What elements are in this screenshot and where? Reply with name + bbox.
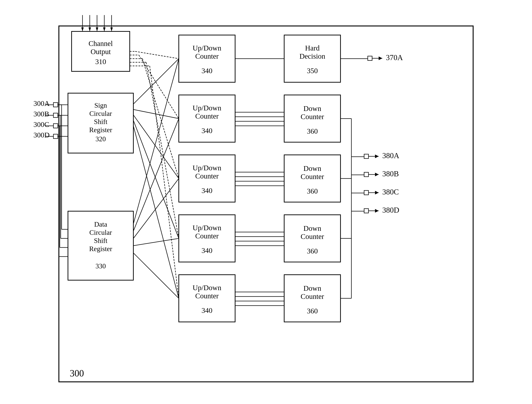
down-counter-5-label2: Counter xyxy=(301,292,324,301)
output-370a-label: 370A xyxy=(386,53,403,62)
input-300b-box xyxy=(53,113,58,118)
updown-4-label1: Up/Down xyxy=(192,224,221,232)
data-register-label1: Data xyxy=(94,221,107,228)
down-counter-3-label2: Counter xyxy=(301,172,324,181)
data-register-label4: Register xyxy=(89,245,112,252)
updown-2-label2: Counter xyxy=(195,112,219,120)
data-register-label2: Circular xyxy=(90,229,112,236)
updown-5-number: 340 xyxy=(201,306,212,315)
output-380b-label: 380B xyxy=(382,170,399,178)
down-counter-4-number: 360 xyxy=(307,247,318,255)
input-300b-label: 300B xyxy=(33,110,49,118)
output-380a-box xyxy=(364,154,368,158)
down-counter-3-label1: Down xyxy=(303,164,321,172)
channel-output-label: Channel xyxy=(89,39,113,48)
output-380c-label: 380C xyxy=(382,188,399,196)
hard-decision-label2: Decision xyxy=(299,52,325,60)
input-300c-box xyxy=(53,124,58,128)
updown-4-number: 340 xyxy=(201,246,212,255)
channel-output-label2: Output xyxy=(90,48,111,56)
output-380d-box xyxy=(364,209,368,213)
updown-2-label1: Up/Down xyxy=(192,104,221,112)
hard-decision-number: 350 xyxy=(307,67,318,75)
updown-1-label1: Up/Down xyxy=(192,44,221,52)
down-counter-2-number: 360 xyxy=(307,127,318,135)
sign-register-label3: Shift xyxy=(94,118,107,126)
down-counter-4-label2: Counter xyxy=(301,232,324,240)
input-300a-box xyxy=(53,103,58,107)
updown-2-number: 340 xyxy=(201,126,212,135)
data-register-label3: Shift xyxy=(94,237,107,244)
updown-3-label1: Up/Down xyxy=(192,164,221,172)
sign-register-number: 320 xyxy=(96,135,106,143)
down-counter-2-label1: Down xyxy=(303,104,321,113)
updown-4-label2: Counter xyxy=(195,232,219,240)
output-380d-label: 380D xyxy=(382,206,399,214)
output-380c-box xyxy=(364,190,368,195)
channel-output-number: 310 xyxy=(95,57,106,66)
input-300d-box xyxy=(53,134,58,139)
sign-register-label4: Register xyxy=(89,126,112,134)
down-counter-3-number: 360 xyxy=(307,187,318,195)
updown-3-number: 340 xyxy=(201,186,212,195)
input-300d-label: 300D xyxy=(33,131,50,139)
sign-register-label1: Sign xyxy=(94,101,107,109)
updown-1-label2: Counter xyxy=(195,52,219,60)
diagram-container: 300 Channel Output 310 Sign Circular Shi… xyxy=(30,12,502,393)
down-counter-5-label1: Down xyxy=(303,284,321,292)
hard-decision-label1: Hard xyxy=(305,44,320,52)
diagram-label: 300 xyxy=(70,368,84,379)
input-300c-label: 300C xyxy=(33,120,49,129)
output-380b-box xyxy=(364,172,368,177)
output-380a-label: 380A xyxy=(382,152,399,160)
input-300a-label: 300A xyxy=(33,99,50,107)
down-counter-5-number: 360 xyxy=(307,307,318,315)
sign-register-label2: Circular xyxy=(90,110,112,117)
data-register-number: 330 xyxy=(96,262,106,270)
svg-rect-0 xyxy=(59,26,473,382)
updown-3-label2: Counter xyxy=(195,172,219,180)
updown-5-label1: Up/Down xyxy=(192,284,221,292)
down-counter-2-label2: Counter xyxy=(301,113,324,121)
updown-5-label2: Counter xyxy=(195,292,219,300)
output-370a-box xyxy=(368,56,372,60)
updown-1-number: 340 xyxy=(201,67,212,75)
down-counter-4-label1: Down xyxy=(303,224,321,232)
